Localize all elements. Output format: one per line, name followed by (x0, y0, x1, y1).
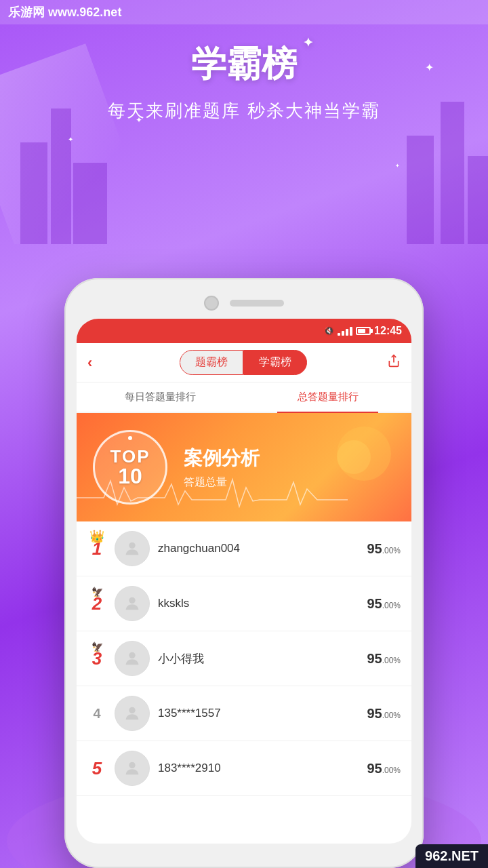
signal-bar-4 (350, 327, 352, 336)
score-big: 95 (367, 596, 382, 611)
user-name: zhangchuan004 (158, 542, 359, 555)
user-name: kkskls (158, 597, 359, 610)
score-pct: % (393, 711, 401, 720)
list-item: 🦅 3 小小得我 95.00% (77, 631, 411, 686)
score: 95.00% (367, 706, 401, 722)
score: 95.00% (367, 596, 401, 612)
back-button[interactable]: ‹ (87, 354, 99, 372)
avatar-icon (123, 594, 142, 613)
avatar-icon (123, 539, 142, 558)
watermark-top: 乐游网 www.962.net (0, 0, 488, 24)
share-button[interactable] (387, 354, 401, 371)
tab-group: 题霸榜 学霸榜 (99, 350, 387, 375)
sub-tab-daily[interactable]: 每日答题量排行 (77, 382, 244, 412)
score-pct: % (393, 601, 401, 610)
top-text: TOP (110, 448, 150, 465)
svg-point-2 (129, 597, 135, 604)
wing-icon: 🦅 (92, 642, 103, 652)
avatar (115, 586, 150, 621)
rank-number: 4 (93, 706, 100, 721)
score-big: 95 (367, 541, 382, 556)
signal-bars (338, 327, 352, 336)
svg-point-5 (129, 762, 135, 768)
num-text: 10 (118, 465, 142, 487)
rank-container: 🦅 3 (87, 650, 106, 667)
status-time: 12:45 (374, 325, 402, 337)
rank-container: 👑 1 (87, 540, 106, 557)
rank-number: 5 (92, 758, 102, 778)
list-item: 🦅 2 kkskls 95.00% (77, 576, 411, 631)
page-title: 学霸榜 (191, 41, 297, 88)
score-small: .00 (382, 546, 394, 555)
avatar (115, 751, 150, 786)
banner-title: 案例分析 (184, 446, 411, 471)
score-small: .00 (382, 601, 394, 610)
battery-fill (358, 329, 365, 333)
user-name: 小小得我 (158, 651, 359, 667)
avatar-icon (123, 759, 142, 778)
rank-container: 5 (87, 760, 106, 777)
nav-bar: ‹ 题霸榜 学霸榜 (77, 343, 411, 382)
signal-bar-3 (346, 329, 348, 336)
phone-camera (204, 296, 219, 311)
phone-notch (77, 290, 411, 319)
phone-mockup: 🔇 12:45 ‹ 题霸榜 (64, 278, 424, 868)
avatar (115, 531, 150, 566)
title-area: 学霸榜 每天来刷准题库 秒杀大神当学霸 (0, 41, 488, 123)
phone-outer: 🔇 12:45 ‹ 题霸榜 (64, 278, 424, 868)
avatar (115, 696, 150, 731)
score-small: .00 (382, 711, 394, 720)
share-icon (387, 354, 401, 368)
svg-point-4 (129, 707, 135, 713)
rank-container: 🦅 2 (87, 595, 106, 612)
leaderboard-list: 👑 1 zhangchuan004 95.00% 🦅 2 (77, 521, 411, 796)
banner-subtitle: 答题总量 (184, 475, 411, 490)
avatar (115, 641, 150, 676)
phone-speaker (230, 300, 284, 307)
signal-bar-1 (338, 333, 340, 336)
user-name: 183****2910 (158, 762, 359, 775)
score-pct: % (393, 656, 401, 665)
mute-icon: 🔇 (324, 326, 334, 336)
circle-dot (128, 436, 132, 440)
score: 95.00% (367, 761, 401, 776)
score-small: .00 (382, 656, 394, 665)
watermark-bottom-text: 962.NET (425, 848, 479, 863)
status-icons: 🔇 12:45 (324, 325, 402, 337)
score-pct: % (393, 766, 401, 775)
status-bar: 🔇 12:45 (77, 319, 411, 343)
sub-tab-total[interactable]: 总答题量排行 (244, 382, 411, 412)
crown-icon: 👑 (89, 529, 104, 544)
banner-right: 案例分析 答题总量 (167, 446, 411, 490)
score-big: 95 (367, 706, 382, 721)
sub-tabs: 每日答题量排行 总答题量排行 (77, 382, 411, 413)
avatar-icon (123, 704, 142, 723)
battery-icon (356, 327, 371, 335)
svg-point-3 (129, 652, 135, 658)
score-big: 95 (367, 651, 382, 666)
wing-icon: 🦅 (92, 587, 103, 597)
list-item: 5 183****2910 95.00% (77, 741, 411, 796)
score-big: 95 (367, 761, 382, 776)
score-pct: % (393, 546, 401, 555)
top10-circle: TOP 10 (93, 430, 167, 505)
user-name: 135****1557 (158, 707, 359, 720)
tab-tiba[interactable]: 题霸榜 (180, 350, 243, 375)
rank-container: 4 (87, 707, 106, 721)
avatar-icon (123, 649, 142, 668)
score: 95.00% (367, 651, 401, 667)
signal-bar-2 (342, 331, 344, 336)
star-decoration-3: ✦ (395, 163, 400, 169)
page-subtitle: 每天来刷准题库 秒杀大神当学霸 (0, 99, 488, 123)
watermark-bottom: 962.NET (415, 844, 488, 868)
phone-screen: 🔇 12:45 ‹ 题霸榜 (77, 319, 411, 844)
svg-point-1 (129, 542, 135, 549)
tab-xueba[interactable]: 学霸榜 (243, 350, 307, 375)
score: 95.00% (367, 541, 401, 557)
star-decoration-2: ✦ (68, 136, 73, 143)
watermark-top-text: 乐游网 www.962.net (8, 4, 121, 20)
list-item: 4 135****1557 95.00% (77, 686, 411, 741)
list-item: 👑 1 zhangchuan004 95.00% (77, 521, 411, 576)
banner: TOP 10 案例分析 答题总量 (77, 413, 411, 521)
score-small: .00 (382, 766, 394, 775)
